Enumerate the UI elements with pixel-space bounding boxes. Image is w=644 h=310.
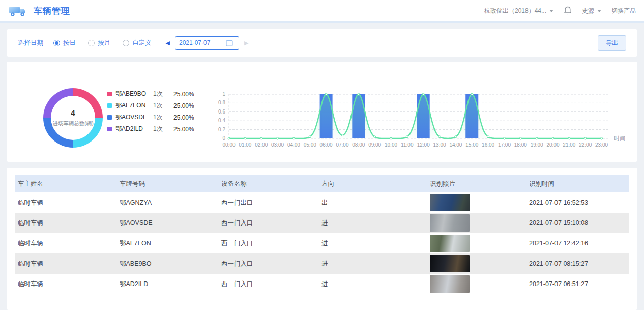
x-tick-label: 08:00 [352, 142, 365, 148]
vehicle-photo[interactable] [430, 235, 470, 252]
x-tick-label: 02:00 [255, 142, 268, 148]
table-row: 临时车辆鄂AOVSDE西一门入口进2021-07-07 15:10:08 [15, 213, 629, 233]
data-point [584, 137, 587, 139]
cell-direction: 进 [318, 213, 427, 233]
radio-icon [123, 40, 129, 46]
x-tick-label: 03:00 [271, 142, 284, 148]
x-tick-label: 17:00 [498, 142, 511, 148]
cell-plate: 鄂AD2ILD [116, 274, 218, 294]
column-header: 设备名称 [218, 175, 318, 192]
x-tick-label: 13:00 [433, 142, 446, 148]
data-point [519, 137, 521, 139]
data-point [406, 136, 408, 138]
table-row: 临时车辆鄂AGNZYA西一门出口出2021-07-07 16:52:53 [15, 192, 629, 213]
cell-time: 2021-07-07 16:52:53 [526, 192, 629, 213]
date-mode-option[interactable]: 自定义 [123, 39, 152, 47]
x-tick-label: 16:00 [482, 142, 494, 148]
legend-swatch [107, 127, 112, 131]
legend-count: 1次 [153, 125, 173, 133]
x-tick-label: 22:00 [579, 142, 592, 148]
export-button[interactable]: 导出 [598, 35, 626, 51]
vehicle-photo[interactable] [430, 214, 470, 232]
data-point [390, 137, 392, 139]
legend-row: 鄂AOVSDE1次25.00% [107, 111, 194, 123]
table-body: 临时车辆鄂AGNZYA西一门出口出2021-07-07 16:52:53临时车辆… [15, 192, 629, 294]
cell-photo [427, 274, 526, 294]
vehicle-photo[interactable] [430, 194, 470, 211]
data-point [228, 137, 230, 139]
date-mode-option[interactable]: 按月 [88, 39, 110, 47]
cell-plate: 鄂ABE9BO [116, 253, 218, 274]
column-header: 识别照片 [427, 175, 526, 192]
cell-plate: 鄂AGNZYA [116, 192, 218, 213]
x-tick-label: 07:00 [336, 142, 348, 148]
column-header: 方向 [318, 175, 427, 192]
date-mode-option[interactable]: 按日 [53, 39, 76, 47]
date-mode-label: 按日 [63, 39, 76, 47]
cell-direction: 进 [318, 274, 427, 294]
x-tick-label: 19:00 [531, 142, 543, 148]
legend-swatch [107, 92, 112, 96]
legend-row: 鄂AF7FON1次25.00% [107, 100, 194, 111]
column-header: 识别时间 [526, 175, 629, 192]
x-tick-label: 14:00 [449, 142, 462, 148]
plate-legend: 鄂ABE9BO1次25.00%鄂AF7FON1次25.00%鄂AOVSDE1次2… [107, 88, 194, 135]
y-tick-label: 1 [222, 91, 225, 97]
y-tick-label: 0.6 [218, 109, 225, 115]
x-tick-label: 12:00 [417, 142, 430, 148]
cell-direction: 进 [318, 233, 427, 253]
org-selector[interactable]: 杭政储出（2018）44... [484, 7, 553, 15]
cell-device: 西一门入口 [218, 274, 318, 294]
switch-product-link[interactable]: 切换产品 [611, 7, 636, 15]
x-tick-label: 20:00 [546, 142, 559, 148]
cell-photo [427, 192, 526, 213]
legend-swatch [107, 115, 112, 120]
legend-plate: 鄂AD2ILD [115, 125, 153, 133]
x-tick-label: 05:00 [304, 142, 316, 148]
legend-plate: 鄂AF7FON [115, 101, 153, 110]
content: 选择日期 按日按月自定义 ◀ ▶ 导出 4 进场车辆总数(辆) [0, 23, 644, 310]
notification-bell[interactable] [564, 6, 572, 15]
cell-photo [427, 253, 526, 274]
trend-chart-wrap: 00.20.40.60.8100:0001:0002:0003:0004:000… [211, 84, 637, 162]
data-point [341, 134, 343, 136]
x-tick-label: 15:00 [465, 142, 478, 148]
legend-swatch [107, 103, 112, 108]
data-point [260, 137, 262, 139]
next-date-arrow[interactable]: ▶ [244, 40, 248, 46]
total-label: 进场车辆总数(辆) [52, 120, 94, 127]
table-header-row: 车主姓名车牌号码设备名称方向识别照片识别时间 [15, 175, 629, 192]
cell-owner: 临时车辆 [15, 274, 116, 294]
cell-device: 西一门入口 [218, 213, 318, 233]
vehicle-photo[interactable] [430, 255, 470, 272]
legend-percentage: 25.00% [173, 114, 194, 121]
cell-owner: 临时车辆 [15, 233, 116, 253]
legend-count: 1次 [153, 90, 173, 98]
entry-trend-chart: 00.20.40.60.8100:0001:0002:0003:0004:000… [211, 84, 637, 160]
data-point [601, 137, 603, 139]
summary-card: 4 进场车辆总数(辆) 鄂ABE9BO1次25.00%鄂AF7FON1次25.0… [7, 62, 637, 162]
date-picker-input[interactable] [179, 39, 226, 46]
legend-percentage: 25.00% [173, 91, 194, 98]
cell-direction: 进 [318, 253, 427, 274]
vehicle-photo[interactable] [430, 275, 470, 293]
table-row: 临时车辆鄂AF7FON西一门入口进2021-07-07 12:42:16 [15, 233, 629, 253]
table-row: 临时车辆鄂AD2ILD西一门入口进2021-07-07 06:51:27 [15, 274, 629, 294]
app-header: 车辆管理 杭政储出（2018）44... 史源 切换产品 [0, 0, 644, 23]
cell-time: 2021-07-07 06:51:27 [526, 274, 629, 294]
prev-date-arrow[interactable]: ◀ [166, 40, 170, 46]
x-tick-label: 21:00 [563, 142, 575, 148]
data-point [374, 136, 376, 138]
user-menu[interactable]: 史源 [582, 7, 601, 15]
x-tick-label: 09:00 [368, 142, 381, 148]
date-filter-label: 选择日期 [18, 39, 43, 47]
x-tick-label: 11:00 [401, 142, 414, 148]
chevron-down-icon [549, 10, 553, 12]
user-name: 史源 [582, 7, 594, 15]
legend-count: 1次 [153, 113, 173, 122]
legend-percentage: 25.00% [173, 126, 194, 133]
page-title: 车辆管理 [34, 5, 70, 17]
date-picker[interactable] [175, 36, 239, 50]
cell-owner: 临时车辆 [15, 192, 116, 213]
x-tick-label: 06:00 [320, 142, 333, 148]
